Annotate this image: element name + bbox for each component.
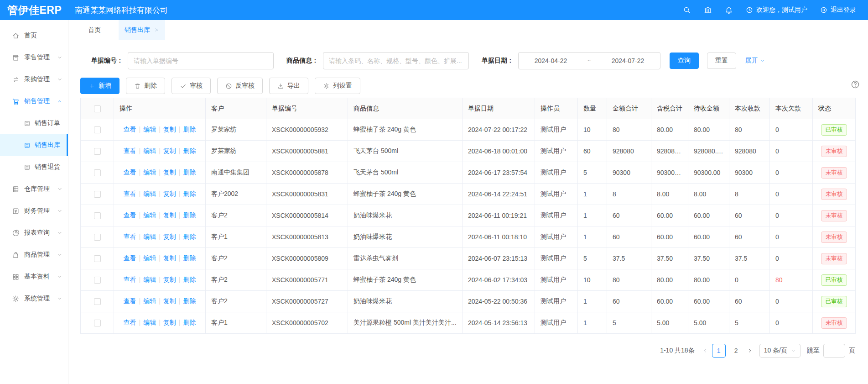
- date-start[interactable]: 2024-04-22: [519, 57, 583, 64]
- action-copy-link[interactable]: 复制: [163, 233, 176, 240]
- row-checkbox[interactable]: [94, 255, 101, 262]
- action-separator: |: [179, 168, 181, 176]
- action-view-link[interactable]: 查看: [124, 297, 136, 305]
- next-page-button[interactable]: [747, 347, 753, 354]
- sidebar-item-retail[interactable]: 零售管理: [0, 47, 68, 68]
- owed-cell: 0: [770, 184, 813, 205]
- action-copy-link[interactable]: 复制: [163, 276, 176, 283]
- prev-page-button[interactable]: [702, 347, 708, 354]
- action-copy-link[interactable]: 复制: [163, 168, 176, 176]
- action-copy-link[interactable]: 复制: [163, 297, 176, 305]
- row-checkbox[interactable]: [94, 126, 101, 133]
- row-checkbox[interactable]: [94, 191, 101, 198]
- sidebar-item-report[interactable]: 报表查询: [0, 222, 68, 244]
- action-view-link[interactable]: 查看: [124, 168, 136, 176]
- action-delete-link[interactable]: 删除: [183, 168, 196, 176]
- welcome-user[interactable]: 欢迎您，测试用户: [746, 6, 807, 14]
- row-checkbox[interactable]: [94, 234, 101, 241]
- app-logo[interactable]: 管伊佳ERP: [0, 3, 68, 17]
- sidebar-item-home[interactable]: 首页: [0, 25, 68, 47]
- row-checkbox[interactable]: [94, 148, 101, 155]
- row-checkbox[interactable]: [94, 320, 101, 326]
- action-edit-link[interactable]: 编辑: [143, 254, 156, 262]
- action-edit-link[interactable]: 编辑: [143, 190, 156, 197]
- help-icon[interactable]: [851, 80, 860, 89]
- sidebar-item-system[interactable]: 系统管理: [0, 288, 68, 310]
- bell-icon[interactable]: [725, 6, 733, 14]
- action-delete-link[interactable]: 删除: [183, 319, 196, 326]
- sidebar-item-sales-order[interactable]: 销售订单: [0, 112, 68, 134]
- search-icon[interactable]: [683, 6, 691, 14]
- product-cell: 美汁源果粒橙 500ml 美汁美汁美汁...: [348, 312, 463, 334]
- sidebar-item-sales-outbound[interactable]: 销售出库: [0, 134, 68, 156]
- column-header: 单据编号: [266, 98, 348, 119]
- sidebar-item-purchase[interactable]: 采购管理: [0, 68, 68, 90]
- action-copy-link[interactable]: 复制: [163, 254, 176, 262]
- unaudit-button[interactable]: 反审核: [217, 78, 263, 94]
- product-info-input[interactable]: [323, 52, 469, 69]
- action-edit-link[interactable]: 编辑: [143, 297, 156, 305]
- received-cell: 60: [729, 291, 770, 312]
- action-copy-link[interactable]: 复制: [163, 190, 176, 197]
- tab-sales-outbound[interactable]: 销售出库: [119, 20, 165, 40]
- sidebar-item-goods[interactable]: 商品管理: [0, 244, 68, 266]
- action-delete-link[interactable]: 删除: [183, 297, 196, 305]
- row-checkbox[interactable]: [94, 277, 101, 284]
- bank-icon[interactable]: [704, 6, 712, 14]
- column-settings-button[interactable]: 列设置: [315, 78, 360, 94]
- order-no-input[interactable]: [128, 52, 274, 69]
- action-copy-link[interactable]: 复制: [163, 147, 176, 154]
- audit-button[interactable]: 审核: [172, 78, 211, 94]
- page-size-select[interactable]: 10 条/页: [759, 344, 800, 358]
- row-checkbox[interactable]: [94, 169, 101, 176]
- action-copy-link[interactable]: 复制: [163, 211, 176, 219]
- close-icon[interactable]: [154, 27, 159, 32]
- action-edit-link[interactable]: 编辑: [143, 147, 156, 154]
- action-edit-link[interactable]: 编辑: [143, 126, 156, 133]
- row-checkbox[interactable]: [94, 212, 101, 219]
- logout-button[interactable]: 退出登录: [820, 6, 856, 14]
- jump-page-input[interactable]: [823, 344, 845, 358]
- action-copy-link[interactable]: 复制: [163, 319, 176, 326]
- action-copy-link[interactable]: 复制: [163, 126, 176, 133]
- action-delete-link[interactable]: 删除: [183, 276, 196, 283]
- page-button-2[interactable]: 2: [729, 344, 743, 358]
- action-edit-link[interactable]: 编辑: [143, 233, 156, 240]
- action-delete-link[interactable]: 删除: [183, 147, 196, 154]
- action-edit-link[interactable]: 编辑: [143, 211, 156, 219]
- date-range-input[interactable]: 2024-04-22 ~ 2024-07-22: [518, 52, 660, 69]
- action-view-link[interactable]: 查看: [124, 276, 136, 283]
- export-button[interactable]: 导出: [269, 78, 308, 94]
- page-button-1[interactable]: 1: [712, 344, 726, 358]
- action-delete-link[interactable]: 删除: [183, 126, 196, 133]
- action-view-link[interactable]: 查看: [124, 254, 136, 262]
- delete-button[interactable]: 删除: [126, 78, 165, 94]
- action-view-link[interactable]: 查看: [124, 147, 136, 154]
- select-all-checkbox[interactable]: [94, 105, 101, 112]
- date-end[interactable]: 2024-07-22: [596, 57, 660, 64]
- action-view-link[interactable]: 查看: [124, 319, 136, 326]
- action-edit-link[interactable]: 编辑: [143, 276, 156, 283]
- action-separator: |: [139, 211, 141, 219]
- sidebar-item-basedata[interactable]: 基本资料: [0, 266, 68, 288]
- action-delete-link[interactable]: 删除: [183, 254, 196, 262]
- sidebar-item-sales[interactable]: 销售管理: [0, 90, 68, 112]
- action-view-link[interactable]: 查看: [124, 211, 136, 219]
- sidebar-item-warehouse[interactable]: 仓库管理: [0, 178, 68, 200]
- add-button[interactable]: 新增: [80, 78, 120, 94]
- sidebar-item-sales-return[interactable]: 销售退货: [0, 156, 68, 178]
- reset-button[interactable]: 重置: [707, 53, 736, 69]
- sidebar-item-finance[interactable]: 财务管理: [0, 200, 68, 222]
- action-delete-link[interactable]: 删除: [183, 233, 196, 240]
- action-delete-link[interactable]: 删除: [183, 190, 196, 197]
- action-delete-link[interactable]: 删除: [183, 211, 196, 219]
- action-edit-link[interactable]: 编辑: [143, 319, 156, 326]
- expand-link[interactable]: 展开: [745, 57, 765, 65]
- tab-home[interactable]: 首页: [82, 20, 107, 40]
- action-view-link[interactable]: 查看: [124, 190, 136, 197]
- action-view-link[interactable]: 查看: [124, 233, 136, 240]
- action-edit-link[interactable]: 编辑: [143, 168, 156, 176]
- action-view-link[interactable]: 查看: [124, 126, 136, 133]
- row-checkbox[interactable]: [94, 298, 101, 305]
- search-button[interactable]: 查询: [670, 53, 699, 69]
